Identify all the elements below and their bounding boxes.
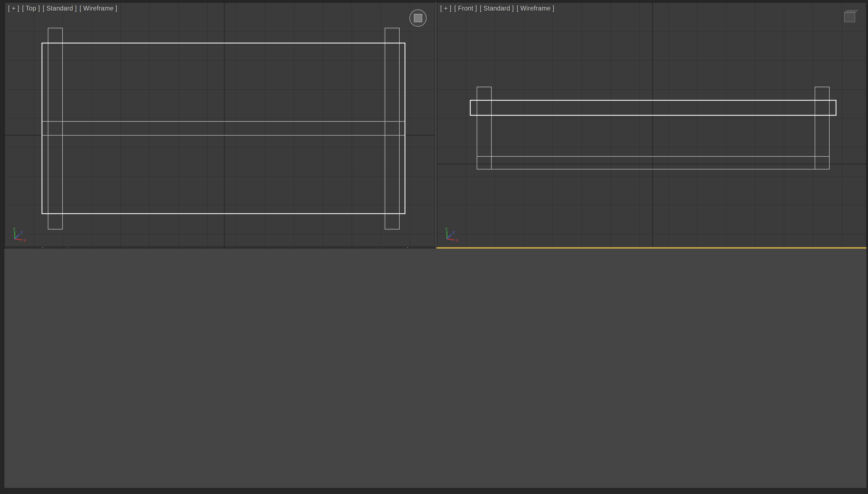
viewport-grid: [ + ] [ Top ] [ Standard ] [ Wireframe ] [4, 2, 866, 488]
viewport-perspective[interactable]: [ + ] [ Perspective ] [ Standard ] [ Def… [437, 247, 866, 249]
axis-tripod: x y z [10, 226, 35, 244]
svg-text:z: z [20, 230, 22, 235]
viewport-top-label: [ + ] [ Top ] [ Standard ] [ Wireframe ] [8, 5, 117, 12]
table-frame-wireframe[interactable] [477, 87, 829, 169]
svg-text:x: x [456, 238, 458, 243]
svg-text:y: y [445, 226, 448, 231]
axis-tripod: x y z [442, 226, 467, 244]
tabletop-wireframe-selected[interactable] [42, 43, 405, 214]
viewport-menu-plus[interactable]: [ + ] [440, 5, 452, 12]
viewport-front-label: [ + ] [ Front ] [ Standard ] [ Wireframe… [440, 5, 554, 12]
viewport-front[interactable]: [ + ] [ Front ] [ Standard ] [ Wireframe… [437, 2, 866, 247]
viewcube-icon[interactable] [836, 5, 862, 31]
svg-text:z: z [452, 230, 455, 235]
grid-axes [5, 2, 435, 247]
viewport-menu-plus[interactable]: [ + ] [8, 5, 19, 12]
viewport-workspace: [ + ] [ Top ] [ Standard ] [ Wireframe ] [0, 0, 868, 494]
viewport-menu-standard[interactable]: [ Standard ] [43, 5, 77, 12]
viewport-top[interactable]: [ + ] [ Top ] [ Standard ] [ Wireframe ] [4, 2, 435, 247]
table-frame-wireframe[interactable] [42, 28, 405, 229]
viewport-menu-shading[interactable]: [ Wireframe ] [517, 5, 554, 12]
tabletop-wireframe-selected[interactable] [470, 100, 836, 115]
grid-axes [5, 247, 435, 248]
viewport-menu-shading[interactable]: [ Wireframe ] [79, 5, 117, 12]
viewport-menu-standard[interactable]: [ Standard ] [480, 5, 514, 12]
viewport-left[interactable]: [ + ] [ Left ] [ Standard ] [ Wireframe … [4, 247, 435, 249]
viewport-front-canvas[interactable] [437, 2, 866, 247]
svg-text:x: x [24, 238, 26, 243]
viewcube-icon[interactable] [405, 5, 431, 31]
viewport-left-canvas[interactable] [5, 247, 435, 248]
viewport-top-canvas[interactable] [5, 2, 435, 247]
svg-text:y: y [13, 226, 15, 231]
viewport-menu-view[interactable]: [ Front ] [454, 5, 477, 12]
grid-axes [437, 2, 866, 247]
viewport-menu-view[interactable]: [ Top ] [22, 5, 40, 12]
